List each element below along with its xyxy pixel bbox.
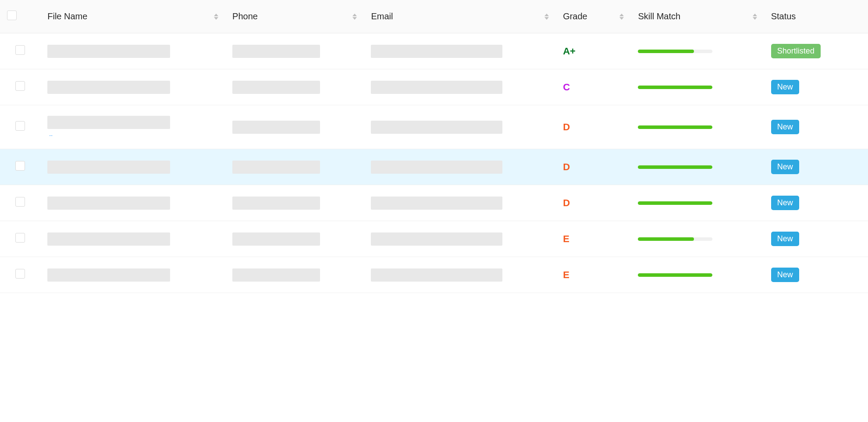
skill-match-fill (638, 237, 694, 241)
table-row[interactable]: ENew (0, 257, 868, 293)
email-placeholder (371, 268, 502, 282)
row-checkbox[interactable] (15, 121, 25, 131)
grade-value: E (563, 269, 569, 280)
skill-match-bar (638, 201, 712, 205)
file-name-placeholder (47, 81, 170, 94)
skill-match-fill (638, 125, 712, 129)
email-placeholder (371, 121, 502, 134)
file-name-placeholder (47, 232, 170, 246)
header-email-label: Email (371, 11, 541, 21)
phone-placeholder (232, 81, 320, 94)
header-phone-label: Phone (232, 11, 349, 21)
skill-match-bar (638, 165, 712, 169)
table-row[interactable]: ..DNew (0, 105, 868, 149)
header-file-name-label: File Name (47, 11, 210, 21)
row-checkbox[interactable] (15, 81, 25, 91)
grade-value: E (563, 233, 569, 244)
status-badge: New (771, 196, 799, 210)
phone-placeholder (232, 197, 320, 210)
file-name-placeholder (47, 161, 170, 174)
truncation-indicator: .. (49, 130, 53, 137)
status-badge: Shortlisted (771, 44, 821, 58)
select-all-checkbox[interactable] (7, 11, 17, 20)
file-name-placeholder (47, 116, 170, 129)
skill-match-bar (638, 50, 712, 53)
file-name-placeholder (47, 197, 170, 210)
skill-match-bar (638, 125, 712, 129)
file-name-placeholder (47, 45, 170, 58)
status-badge: New (771, 160, 799, 174)
sort-icon[interactable] (214, 14, 218, 20)
header-status: Status (764, 0, 868, 33)
row-checkbox[interactable] (15, 197, 25, 207)
header-phone[interactable]: Phone (225, 0, 364, 33)
email-placeholder (371, 232, 502, 246)
phone-placeholder (232, 45, 320, 58)
phone-placeholder (232, 232, 320, 246)
email-placeholder (371, 161, 502, 174)
table-row[interactable]: CNew (0, 69, 868, 105)
phone-placeholder (232, 121, 320, 134)
candidates-table: File Name Phone Email Grade (0, 0, 868, 293)
phone-placeholder (232, 161, 320, 174)
header-status-label: Status (771, 11, 796, 21)
skill-match-bar (638, 273, 712, 277)
table-header-row: File Name Phone Email Grade (0, 0, 868, 33)
table-row[interactable]: A+Shortlisted (0, 33, 868, 69)
table-row[interactable]: DNew (0, 185, 868, 221)
row-checkbox[interactable] (15, 233, 25, 243)
skill-match-fill (638, 86, 712, 89)
skill-match-bar (638, 86, 712, 89)
status-badge: New (771, 268, 799, 282)
header-grade[interactable]: Grade (556, 0, 631, 33)
email-placeholder (371, 81, 502, 94)
sort-icon[interactable] (352, 14, 357, 20)
table-row[interactable]: ENew (0, 221, 868, 257)
grade-value: D (563, 161, 570, 172)
header-grade-label: Grade (563, 11, 616, 21)
sort-icon[interactable] (753, 14, 757, 20)
header-skill-match-label: Skill Match (638, 11, 749, 21)
status-badge: New (771, 120, 799, 134)
header-email[interactable]: Email (364, 0, 556, 33)
table-row[interactable]: DNew (0, 149, 868, 185)
skill-match-bar (638, 237, 712, 241)
status-badge: New (771, 80, 799, 94)
status-badge: New (771, 232, 799, 246)
grade-value: A+ (563, 46, 576, 57)
skill-match-fill (638, 50, 694, 53)
skill-match-fill (638, 273, 712, 277)
sort-icon[interactable] (544, 14, 549, 20)
file-name-placeholder (47, 268, 170, 282)
grade-value: C (563, 82, 570, 93)
grade-value: D (563, 197, 570, 208)
header-file-name[interactable]: File Name (40, 0, 225, 33)
header-checkbox-cell (0, 0, 40, 33)
row-checkbox[interactable] (15, 161, 25, 171)
grade-value: D (563, 122, 570, 132)
sort-icon[interactable] (619, 14, 624, 20)
email-placeholder (371, 197, 502, 210)
phone-placeholder (232, 268, 320, 282)
skill-match-fill (638, 201, 712, 205)
skill-match-fill (638, 165, 712, 169)
email-placeholder (371, 45, 502, 58)
row-checkbox[interactable] (15, 45, 25, 55)
header-skill-match[interactable]: Skill Match (631, 0, 764, 33)
row-checkbox[interactable] (15, 269, 25, 279)
